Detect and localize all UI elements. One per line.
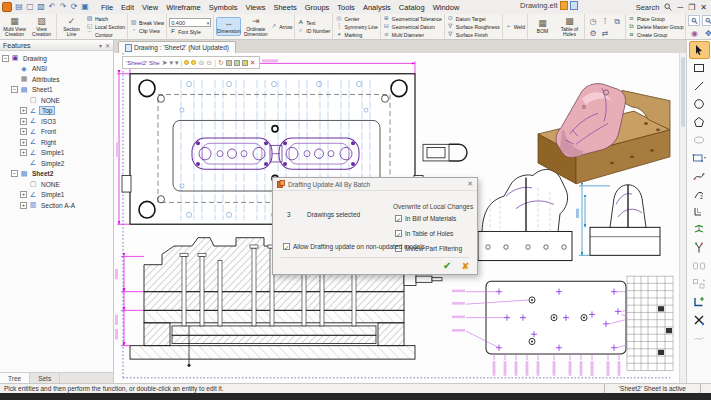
- ghost-mini-icon[interactable]: ⊜: [198, 57, 204, 69]
- tree-item-section-aa[interactable]: +▥Section A-A: [2, 200, 113, 211]
- trim-tool-button[interactable]: [689, 239, 710, 257]
- bom-button[interactable]: ▦BOM: [530, 18, 555, 35]
- copy-view-icon-button[interactable]: ⧉: [611, 15, 623, 26]
- place-group-button[interactable]: ⧈Place Group: [628, 15, 683, 22]
- expand-toggle[interactable]: +: [20, 107, 27, 114]
- expand-toggle[interactable]: +: [20, 118, 27, 125]
- menu-groups[interactable]: Groups: [301, 3, 334, 12]
- corner-tool-button[interactable]: [689, 293, 710, 311]
- hatch-button[interactable]: ▨Hatch: [86, 15, 125, 22]
- marking-button[interactable]: ◕Marking: [335, 31, 377, 38]
- tree-item-none1[interactable]: ▢NONE: [2, 95, 113, 106]
- settings-icon-button[interactable]: ⚙: [587, 27, 599, 38]
- drawing-canvas[interactable]: 'Sheet2' She ➤ ▾ ▾ | ⊜ ⊖ | ↻ ✕: [114, 53, 686, 383]
- lightbulb-on-icon[interactable]: [184, 60, 189, 65]
- checkbox-table-of-holes[interactable]: ✓In Table of Holes: [395, 230, 453, 237]
- tree-item-drawing[interactable]: −▣Drawing: [2, 53, 113, 64]
- text-button[interactable]: AText: [297, 19, 330, 26]
- menu-window[interactable]: Window: [429, 3, 464, 12]
- tree-item-simple1[interactable]: +∠Simple1: [2, 148, 113, 159]
- menu-file[interactable]: File: [97, 3, 117, 12]
- canvas-vertical-scrollbar[interactable]: [679, 53, 686, 383]
- multi-diameter-button[interactable]: ⌀Multi Diameter: [383, 31, 442, 38]
- tree-item-right[interactable]: +∠Right: [2, 137, 113, 148]
- style-chip-icon[interactable]: [226, 60, 232, 66]
- menu-views[interactable]: Views: [242, 3, 270, 12]
- select-tool-button[interactable]: [689, 41, 710, 59]
- menu-edit[interactable]: Edit: [117, 3, 138, 12]
- undo-icon[interactable]: ↶: [47, 2, 57, 12]
- font-style-button[interactable]: FFont Style: [169, 28, 211, 35]
- refresh-mini-icon[interactable]: ↻: [218, 57, 224, 69]
- menu-wireframe[interactable]: Wireframe: [162, 3, 205, 12]
- search-icon[interactable]: [664, 3, 672, 11]
- lightbulb-on-icon-2[interactable]: [191, 60, 196, 65]
- expand-toggle[interactable]: +: [20, 202, 27, 209]
- clip-view-button[interactable]: ◔Clip View: [130, 27, 164, 34]
- expand-toggle[interactable]: +: [20, 149, 27, 156]
- spline-tool-button[interactable]: [689, 167, 710, 185]
- lock-mini-icon[interactable]: ⊖: [206, 57, 212, 69]
- tree-item-simple2[interactable]: ∠Simple2: [2, 158, 113, 169]
- curve-degree-tool-button[interactable]: 2: [689, 185, 710, 203]
- save-icon[interactable]: ▤: [14, 2, 24, 12]
- menu-sheets[interactable]: Sheets: [269, 3, 300, 12]
- multi-view-creation-button[interactable]: ▦Multi View Creation: [2, 16, 27, 38]
- checkbox-bill-of-materials[interactable]: ✓In Bill of Materials: [395, 215, 456, 222]
- geometrical-datum-button[interactable]: ⊟Geometrical Datum: [383, 23, 442, 30]
- surface-finish-button[interactable]: ∇Surface Finish: [447, 31, 500, 38]
- close-mini-icon[interactable]: ✕: [250, 57, 256, 69]
- zoom-out-icon-button[interactable]: 🔍︎: [702, 15, 711, 26]
- cancel-button[interactable]: ✘: [461, 261, 469, 271]
- tab-tree[interactable]: Tree: [0, 373, 30, 383]
- cursor-mini-icon[interactable]: ➤: [162, 57, 168, 69]
- tree-item-top[interactable]: +∠Top: [2, 106, 113, 117]
- menu-tools[interactable]: Tools: [333, 3, 359, 12]
- view-creation-button[interactable]: ▧View Creation: [29, 16, 54, 38]
- construction-tool-button[interactable]: [689, 311, 710, 329]
- create-group-button[interactable]: ⧇Create Group: [628, 31, 683, 38]
- ordinate-dimension-button[interactable]: ⇥Ordinate Dimension: [243, 16, 268, 38]
- weld-button[interactable]: ⌁Weld: [505, 23, 525, 30]
- restore-button[interactable]: ❐: [688, 3, 695, 12]
- tree-item-ansi[interactable]: ◈ANSI: [2, 64, 113, 75]
- redo-icon[interactable]: ↷: [58, 2, 68, 12]
- display-mini-icon[interactable]: ▾: [175, 57, 179, 69]
- tree-item-none2[interactable]: ▢NONE: [2, 179, 113, 190]
- new-icon[interactable]: ▧: [36, 2, 46, 12]
- style-chip3-icon[interactable]: [242, 60, 248, 66]
- dimension-button[interactable]: ↔Dimension: [216, 17, 241, 36]
- zoom-selection-icon-button[interactable]: ◉: [688, 27, 700, 38]
- tree-item-simple1-sheet2[interactable]: +∠Simple1: [2, 190, 113, 201]
- zoom-in-icon-button[interactable]: 🔍︎: [688, 15, 700, 26]
- polygon-tool-button[interactable]: [689, 113, 710, 131]
- freeform-tool-button[interactable]: [689, 329, 710, 347]
- expand-toggle[interactable]: −: [11, 170, 18, 177]
- dialog-close-button[interactable]: ✕: [467, 180, 473, 188]
- center-button[interactable]: ◎Center: [335, 15, 377, 22]
- pan-icon-button[interactable]: ✥: [702, 27, 711, 38]
- pattern-tool-button[interactable]: [689, 275, 710, 293]
- project-curve-tool-button[interactable]: [689, 221, 710, 239]
- menu-symbols[interactable]: Symbols: [205, 3, 242, 12]
- document-tab[interactable]: Drawing : 'Sheet2' (Not Updated): [118, 41, 236, 53]
- close-button[interactable]: ✕: [700, 3, 707, 12]
- view-mini-toolbar[interactable]: 'Sheet2' She ➤ ▾ ▾ | ⊜ ⊖ | ↻ ✕: [122, 56, 260, 69]
- id-number-button[interactable]: ⌕ID Number: [297, 27, 330, 34]
- mirror-tool-button[interactable]: [689, 257, 710, 275]
- update-icon[interactable]: ⟳: [69, 2, 79, 12]
- delete-master-group-button[interactable]: ⧉Delete Master Group: [628, 23, 683, 30]
- tab-sets[interactable]: Sets: [30, 373, 60, 383]
- tree-item-iso3[interactable]: +∠ISO3: [2, 116, 113, 127]
- scale-combo[interactable]: 0.400▾: [169, 18, 211, 27]
- ok-button[interactable]: ✔: [443, 261, 451, 271]
- expand-toggle[interactable]: +: [20, 128, 27, 135]
- profile-tool-button[interactable]: [689, 149, 710, 167]
- filter-mini-icon[interactable]: ▾: [170, 57, 174, 69]
- ellipse-tool-button[interactable]: [689, 131, 710, 149]
- break-view-button[interactable]: ▥Break View: [130, 19, 164, 26]
- pin-view-icon-button[interactable]: ⊺: [599, 15, 611, 26]
- tree-item-attributes[interactable]: ▦Attributes: [2, 74, 113, 85]
- tree-item-front[interactable]: +∠Front: [2, 127, 113, 138]
- menu-analysis[interactable]: Analysis: [359, 3, 395, 12]
